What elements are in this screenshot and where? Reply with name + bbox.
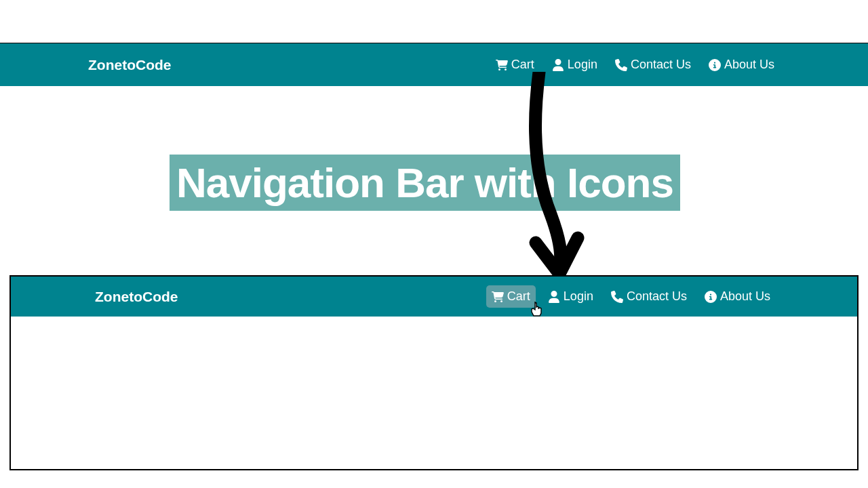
- nav-link-about-bottom[interactable]: About Us: [699, 285, 776, 308]
- navbar-top: ZonetoCode Cart Login Contact Us About U…: [0, 43, 868, 86]
- nav-link-cart-label-bottom: Cart: [507, 289, 530, 304]
- cart-icon: [496, 59, 508, 71]
- nav-link-cart-label-top: Cart: [511, 58, 534, 72]
- cart-icon: [492, 291, 504, 303]
- phone-icon: [615, 59, 627, 71]
- brand-link-bottom[interactable]: ZonetoCode: [95, 289, 178, 305]
- phone-icon: [611, 291, 623, 303]
- title-banner: Navigation Bar with Icons: [170, 155, 680, 211]
- nav-link-contact-bottom[interactable]: Contact Us: [606, 285, 692, 308]
- top-spacer: [0, 0, 868, 43]
- info-icon: [709, 59, 721, 71]
- user-icon: [552, 59, 564, 71]
- nav-link-login-label-top: Login: [568, 58, 597, 72]
- nav-links-top: Cart Login Contact Us About Us: [490, 54, 780, 76]
- nav-link-contact-label-bottom: Contact Us: [627, 289, 687, 304]
- navbar-bottom: ZonetoCode Cart Login Contact Us: [11, 277, 857, 317]
- nav-link-contact-label-top: Contact Us: [631, 58, 691, 72]
- nav-link-about-label-top: About Us: [724, 58, 774, 72]
- nav-link-contact-top[interactable]: Contact Us: [610, 54, 696, 76]
- nav-link-login-top[interactable]: Login: [547, 54, 603, 76]
- user-icon: [548, 291, 560, 303]
- nav-link-cart-bottom[interactable]: Cart: [486, 285, 536, 308]
- nav-links-bottom: Cart Login Contact Us About Us: [486, 285, 776, 308]
- info-icon: [705, 291, 717, 303]
- nav-link-about-top[interactable]: About Us: [703, 54, 780, 76]
- nav-link-login-label-bottom: Login: [564, 289, 593, 304]
- nav-link-about-label-bottom: About Us: [720, 289, 770, 304]
- nav-link-login-bottom[interactable]: Login: [542, 285, 599, 308]
- navbar-bottom-frame: ZonetoCode Cart Login Contact Us: [9, 275, 859, 470]
- nav-link-cart-top[interactable]: Cart: [490, 54, 540, 76]
- brand-link-top[interactable]: ZonetoCode: [88, 57, 171, 73]
